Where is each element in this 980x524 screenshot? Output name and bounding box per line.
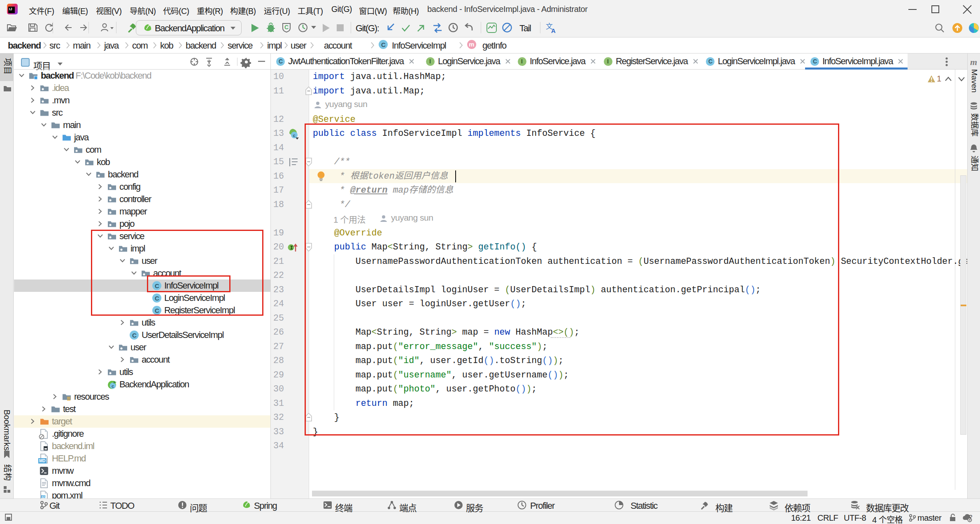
svg-text:C: C (284, 24, 289, 30)
svg-text:A: A (551, 27, 556, 34)
svg-text:MD: MD (39, 459, 46, 463)
svg-text:I: I (290, 245, 293, 251)
svg-text:c: c (112, 384, 114, 389)
svg-text:c: c (293, 133, 296, 138)
